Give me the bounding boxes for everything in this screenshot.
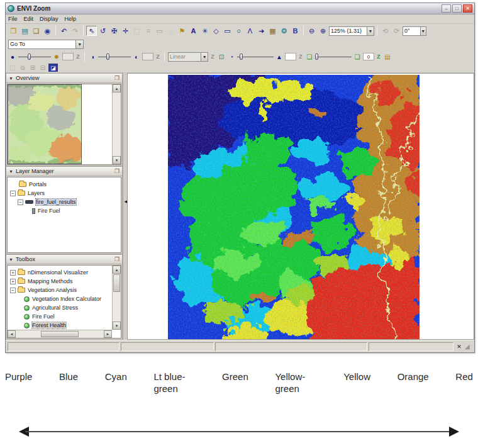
zoom-in-icon[interactable]: ⊕ — [318, 26, 328, 36]
select-lasso-icon[interactable]: ◌ — [165, 26, 176, 36]
annotation-text-icon[interactable]: A — [188, 26, 199, 36]
scroll-left-icon[interactable]: ◄ — [8, 330, 16, 338]
export-icon[interactable]: ❏ — [31, 26, 42, 36]
scroll-thumb[interactable] — [113, 274, 120, 292]
undo-icon[interactable]: ↶ — [58, 26, 69, 36]
order-up-icon[interactable]: ⊞ — [28, 64, 37, 72]
scroll-down-icon[interactable]: ▼ — [113, 156, 121, 164]
select-rect-icon[interactable]: ▭ — [154, 26, 165, 36]
select-box-icon[interactable]: ⬚ — [131, 26, 142, 36]
annotation-arrow-icon[interactable]: ➜ — [256, 26, 267, 36]
new-layer-icon[interactable]: ⬚ — [8, 64, 17, 72]
goto-input[interactable] — [9, 40, 75, 48]
overview-thumbnail[interactable] — [8, 84, 82, 164]
collapse-triangle-icon[interactable]: ▼ — [9, 169, 13, 174]
tree-item-fire-fuel-results[interactable]: − fire_fuel_results — [10, 198, 121, 206]
panel-splitter[interactable]: ◄ — [123, 73, 127, 340]
chevron-down-icon[interactable]: ▼ — [420, 27, 426, 35]
sharpen-field[interactable] — [285, 53, 296, 60]
tree-item-layers[interactable]: − Layers — [10, 189, 121, 198]
zoom-center-icon[interactable]: ✠ — [109, 26, 119, 36]
find-icon[interactable]: B — [290, 26, 301, 36]
tree-item-forest-health[interactable]: Forest Health — [10, 321, 112, 330]
toolbox-hscrollbar[interactable]: ◄ ► — [8, 330, 112, 338]
orbit-rotate-icon[interactable]: ↺ — [97, 26, 108, 36]
redo-icon[interactable]: ↷ — [70, 26, 81, 36]
overview-scrollbar[interactable]: ▲ ▼ — [112, 84, 121, 164]
stretch-combo[interactable]: ▼ — [168, 52, 208, 62]
rotate-right-icon[interactable]: ⟳ — [391, 26, 402, 36]
maximize-button[interactable]: □ — [452, 4, 462, 13]
float-panel-icon[interactable]: ❐ — [114, 75, 119, 81]
collapse-triangle-icon[interactable]: ▼ — [9, 76, 13, 81]
tree-item-mapping-methods[interactable]: + Mapping Methods — [10, 277, 112, 286]
open-file-icon[interactable]: ❐ — [8, 26, 19, 36]
scroll-up-icon[interactable]: ▲ — [113, 266, 121, 274]
menu-help[interactable]: Help — [65, 16, 77, 22]
menu-display[interactable]: Display — [40, 16, 58, 22]
contrast-field[interactable] — [142, 53, 153, 60]
zoom-out-icon[interactable]: ⊖ — [306, 26, 317, 36]
chevron-down-icon[interactable]: ▼ — [367, 27, 374, 35]
tree-item-vegetation-index-calculator[interactable]: Vegetation Index Calculator — [10, 294, 112, 303]
expand-box-icon[interactable]: + — [10, 279, 16, 284]
tree-item-fire-fuel-tool[interactable]: Fire Fuel — [10, 312, 112, 321]
collapse-box-icon[interactable]: − — [10, 288, 16, 293]
zoom-level-combo[interactable]: ▼ — [329, 26, 374, 36]
save-icon[interactable]: ▤ — [19, 26, 30, 36]
stretch-value[interactable] — [169, 53, 201, 61]
rotate-left-icon[interactable]: ⟲ — [380, 26, 391, 36]
expand-box-icon[interactable]: + — [10, 270, 16, 276]
contrast-slider[interactable] — [98, 53, 131, 60]
close-button[interactable]: ✕ — [463, 4, 472, 13]
menu-edit[interactable]: Edit — [24, 16, 34, 22]
layer-manager-header[interactable]: ▼ Layer Manager ❐ — [6, 167, 122, 176]
float-panel-icon[interactable]: ❐ — [114, 256, 119, 262]
image-canvas[interactable] — [127, 73, 474, 340]
tree-item-portals[interactable]: Portals — [10, 180, 121, 189]
sharpen-slider[interactable] — [237, 53, 274, 60]
tree-item-fire-fuel-band[interactable]: Fire Fuel — [10, 206, 121, 215]
title-bar[interactable]: ENVI Zoom – □ ✕ — [6, 3, 474, 14]
copy-layer-icon[interactable]: ⧉ — [18, 64, 27, 72]
select-cursor-icon[interactable]: ⇖ — [86, 26, 97, 36]
brightness-slider[interactable] — [18, 53, 51, 60]
chevron-down-icon[interactable]: ▼ — [75, 40, 83, 48]
transparency-field[interactable]: 0 — [363, 53, 374, 60]
picture-icon[interactable]: ▦ — [267, 26, 278, 36]
order-down-icon[interactable]: ⊟ — [38, 64, 47, 72]
scroll-down-icon[interactable]: ▼ — [113, 322, 121, 330]
globe-icon[interactable]: ◉ — [42, 26, 53, 36]
collapse-triangle-icon[interactable]: ▼ — [9, 257, 13, 262]
rotation-value[interactable] — [403, 27, 420, 35]
transparency-slider[interactable] — [315, 53, 352, 60]
crosshair-icon[interactable]: ✛ — [120, 26, 131, 36]
status-clear-icon[interactable]: ✕ — [455, 342, 464, 351]
annotation-rectangle-icon[interactable]: ▭ — [222, 26, 233, 36]
annotation-star-icon[interactable]: ✳ — [199, 26, 210, 36]
annotation-polyline-icon[interactable]: Λ — [245, 26, 255, 36]
minimize-button[interactable]: – — [442, 4, 451, 13]
collapse-box-icon[interactable]: − — [10, 191, 16, 196]
tree-item-vegetation-analysis[interactable]: − Vegetation Analysis — [10, 286, 112, 294]
brightness-field[interactable] — [62, 53, 74, 60]
toolbox-header[interactable]: ▼ Toolbox ❐ — [6, 255, 122, 264]
flag-icon[interactable]: ⚑ — [177, 26, 187, 36]
goto-combo[interactable]: ▼ — [8, 40, 84, 49]
float-panel-icon[interactable]: ❐ — [114, 168, 119, 174]
toolbox-vscrollbar[interactable]: ▲ ▼ — [112, 266, 121, 330]
zoom-level-value[interactable] — [330, 27, 367, 35]
tree-item-agricultural-stress[interactable]: Agricultural Stress — [10, 303, 112, 312]
menu-file[interactable]: File — [8, 16, 18, 22]
scroll-up-icon[interactable]: ▲ — [113, 84, 121, 92]
tree-item-ndimensional-visualizer[interactable]: + nDimensional Visualizer — [10, 268, 112, 277]
scroll-thumb[interactable] — [41, 331, 79, 337]
chevron-down-icon[interactable]: ▼ — [201, 53, 208, 61]
fire-fuel-classification-image[interactable] — [168, 75, 420, 340]
rotation-combo[interactable]: ▼ — [403, 26, 426, 36]
mask-icon[interactable]: ▤ — [383, 53, 392, 61]
select-crop-icon[interactable]: ⌗ — [143, 26, 153, 36]
annotation-polygon-icon[interactable]: ◇ — [211, 26, 221, 36]
overview-header[interactable]: ▼ Overview ❐ — [6, 74, 122, 83]
roi-dialog-icon[interactable]: ⊡ — [217, 53, 226, 61]
